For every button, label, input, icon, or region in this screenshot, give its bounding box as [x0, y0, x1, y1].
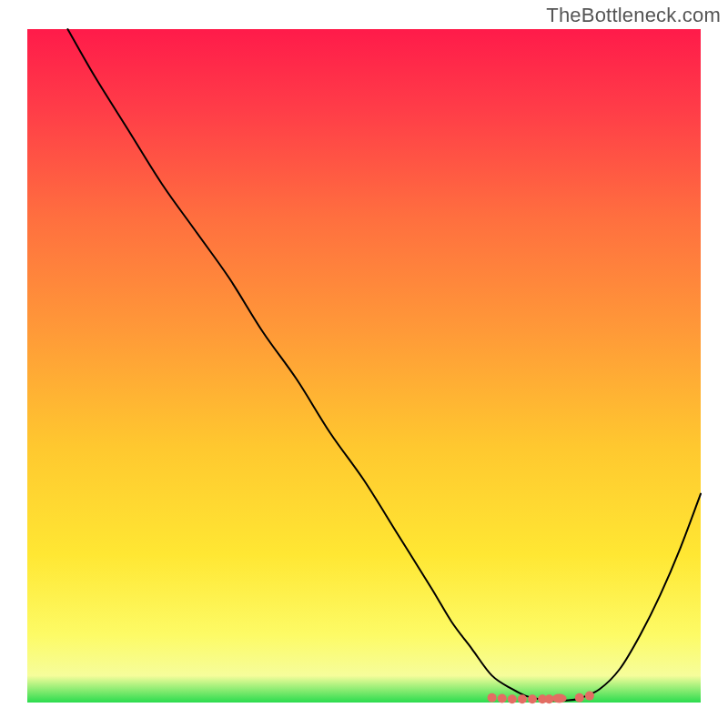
- bottleneck-chart: [0, 0, 728, 728]
- watermark-text: TheBottleneck.com: [546, 4, 721, 27]
- min-marker: [498, 694, 507, 703]
- min-marker: [488, 693, 497, 703]
- min-marker: [528, 694, 537, 703]
- min-marker: [585, 692, 594, 701]
- chart-container: TheBottleneck.com: [0, 0, 728, 728]
- min-marker: [508, 694, 517, 703]
- min-marker: [518, 694, 527, 703]
- min-marker: [575, 693, 584, 703]
- min-marker-oval: [552, 694, 567, 703]
